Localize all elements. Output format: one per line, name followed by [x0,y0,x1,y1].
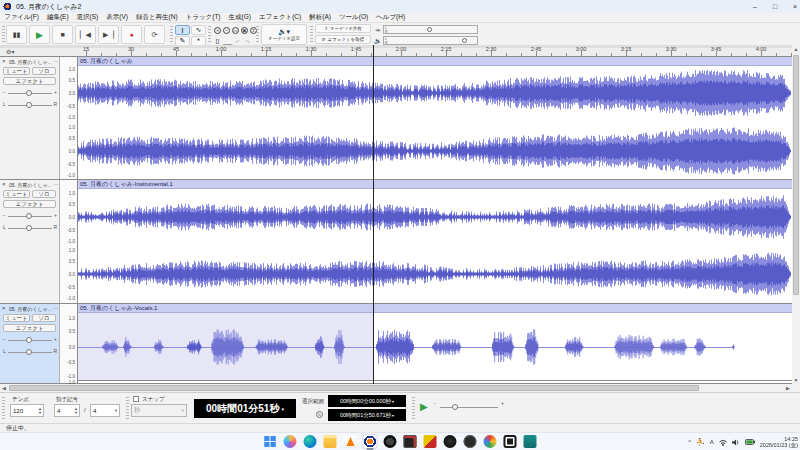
track-control-panel[interactable]: ×05. 月夜のくしゃ…...ミュートソロエフェクト−+LR [0,180,60,303]
clock[interactable]: 14:25 2026/01/23 (金) [760,436,798,448]
share-audio-button[interactable]: ↥オーディオ共有 [315,24,371,33]
vertical-scale-ruler[interactable]: 1.00.50.0-0.5-1.01.00.50.0-0.5-1.0 [60,180,78,303]
time-signature-upper-input[interactable]: 4 ▲▼ [54,404,80,417]
zoom-selection-icon[interactable]: ▭ [231,25,240,35]
timeline-ruler[interactable]: ⚙▾ 1530451:001:151:301:452:002:152:302:4… [0,45,800,57]
spinner-arrows[interactable]: ▲▼ [38,407,42,415]
effects-button[interactable]: エフェクト [3,200,56,208]
taskbar-icon-vlc[interactable] [343,434,358,449]
horizontal-scroll-thumb[interactable] [9,385,699,391]
tray-app-icon[interactable]: ⛹ [696,438,705,446]
menu-item-5[interactable]: トラック(T) [182,13,225,22]
taskbar-icon-music-app-dark[interactable] [403,434,418,449]
taskbar-icon-audacity[interactable] [363,434,378,449]
taskbar-icon-winmerge[interactable] [423,434,438,449]
waveform-area[interactable]: 05. 月夜のくしゃみ-Instrumental.1 [78,180,792,303]
menu-item-7[interactable]: エフェクト(C) [255,13,305,22]
tray-chevron-up-icon[interactable]: ^ [688,439,691,445]
track-close-button[interactable]: × [2,58,6,64]
menu-item-0[interactable]: ファイル(F) [0,13,43,22]
snap-checkbox[interactable] [133,396,139,402]
track-name-strip[interactable]: 05. 月夜のくしゃみ-Instrumental.1 [78,180,792,189]
mute-button[interactable]: ミュート [3,67,30,75]
wifi-icon[interactable] [719,439,727,446]
gain-slider[interactable]: −+ [2,212,58,220]
taskbar-icon-edge[interactable] [303,434,318,449]
track-name-strip[interactable]: 05. 月夜のくしゃみ [78,57,792,66]
selection-tool[interactable]: I [175,25,190,35]
scroll-left-arrow[interactable]: ◀ [0,384,8,392]
horizontal-scrollbar[interactable]: ◀ ▶ [0,384,792,392]
pan-slider[interactable]: LR [2,348,58,356]
track-name-short[interactable]: 05. 月夜のくしゃ… [9,59,51,65]
playback-meter[interactable]: L R [383,36,478,45]
scroll-down-arrow[interactable]: ▼ [792,376,800,384]
zoom-in-icon[interactable]: + [213,25,222,35]
menu-item-6[interactable]: 生成(G) [225,13,255,22]
toolbar-grip[interactable] [310,26,313,44]
volume-icon[interactable] [732,439,740,446]
effects-button[interactable]: エフェクト [3,77,56,85]
pan-slider[interactable]: LR [2,101,58,109]
play-at-speed-button[interactable]: ▶ [420,401,428,412]
track-name-short[interactable]: 05. 月夜のくしゃ… [9,182,51,188]
selection-mode-icon[interactable]: ↻ [316,411,323,418]
zoom-out-icon[interactable]: − [222,25,231,35]
menu-item-1[interactable]: 編集(E) [43,13,73,22]
audio-setup-button[interactable]: 🔉▾ オーディオ設定 [261,24,307,45]
menu-item-4[interactable]: 録音と再生(N) [132,13,182,22]
pan-slider[interactable]: LR [2,224,58,232]
taskbar-icon-browser-sphere[interactable] [483,434,498,449]
toolbar-grip[interactable] [208,26,211,44]
playback-cursor[interactable] [373,45,374,384]
play-button[interactable]: ▶ [29,25,50,44]
record-button[interactable]: ● [121,25,142,44]
minimize-button[interactable]: – [745,0,765,13]
skip-start-button[interactable]: ▏◀ [75,25,96,44]
scroll-up-arrow[interactable]: ▲ [792,45,800,53]
taskbar-icon-media-player-dark[interactable] [383,434,398,449]
tempo-input[interactable]: 120 ▲▼ [10,404,44,417]
recording-volume-slider[interactable] [427,27,432,32]
loop-button[interactable]: ⟳ [144,25,165,44]
playback-volume-slider[interactable] [462,38,467,43]
playback-speed-slider[interactable]: -+ [434,403,504,411]
zoom-fit-icon[interactable]: ▣ [240,25,249,35]
selection-end-display[interactable]: 00時間01分50.671秒 ▾ [328,409,406,421]
toolbar-grip[interactable] [170,26,173,44]
track-menu-button[interactable]: ... [54,57,58,63]
menu-item-9[interactable]: ツール(O) [335,13,372,22]
battery-icon[interactable] [745,439,755,445]
track-control-panel[interactable]: ×05. 月夜のくしゃ…...ミュートソロエフェクト−+LR [0,57,60,179]
waveform-area[interactable]: 05. 月夜のくしゃみ-Vocals.1 [78,304,792,383]
vertical-scale-ruler[interactable]: 1.00.50.0-0.5-1.01.00.50.0-0.5-1.0 [60,57,78,179]
scroll-right-arrow[interactable]: ▶ [784,384,792,392]
get-effects-button[interactable]: ⟳エフェクトを取得 [315,35,371,44]
toolbar-grip[interactable] [256,26,259,44]
toolbar-grip[interactable] [126,397,129,421]
waveform-area[interactable]: 05. 月夜のくしゃみ [78,57,792,179]
gain-slider[interactable]: −+ [2,89,58,97]
taskbar-icon-film-app[interactable] [463,434,478,449]
pause-button[interactable]: ▮▮ [6,25,27,44]
track-name-strip[interactable]: 05. 月夜のくしゃみ-Vocals.1 [78,304,792,313]
timeline-options-icon[interactable]: ⚙▾ [6,48,14,55]
track-menu-button[interactable]: ... [54,180,58,186]
vertical-scale-ruler[interactable]: 1.00.50.0-0.5-1.01.0 [60,304,78,383]
spinner-arrows[interactable]: ▲▼ [74,407,78,415]
taskbar-icon-teal-app[interactable] [523,434,538,449]
toolbar-grip[interactable] [2,397,5,421]
time-signature-lower-select[interactable]: 4 ▾ [90,404,120,417]
solo-button[interactable]: ソロ [32,314,56,322]
selection-start-display[interactable]: 00時間00分00.000秒 ▾ [328,395,406,407]
mute-button[interactable]: ミュート [3,190,30,198]
track-close-button[interactable]: × [2,305,6,311]
menu-item-3[interactable]: 表示(V) [102,13,132,22]
track-control-panel[interactable]: ×05. 月夜のくしゃ…...ミュートソロエフェクト−+LR [0,304,60,383]
stop-button[interactable]: ■ [52,25,73,44]
taskbar-icon-start[interactable] [263,434,278,449]
waveform-canvas[interactable] [78,313,792,383]
skip-end-button[interactable]: ▶▕ [98,25,119,44]
gain-slider[interactable]: −+ [2,336,58,344]
track-menu-button[interactable]: ... [54,304,58,310]
